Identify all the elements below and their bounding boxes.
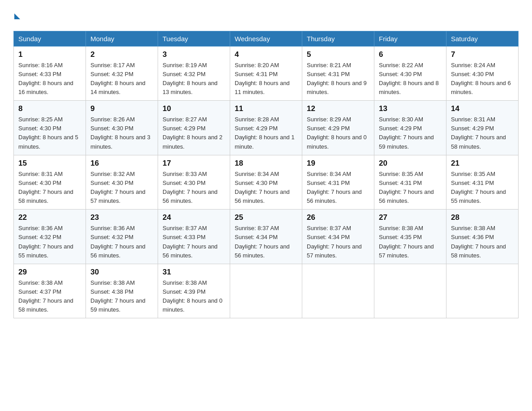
calendar-cell: 6 Sunrise: 8:22 AM Sunset: 4:30 PM Dayli… (374, 46, 446, 101)
weekday-header-thursday: Thursday (302, 31, 374, 46)
day-number: 13 (379, 104, 442, 113)
day-number: 19 (307, 159, 369, 168)
day-info: Sunrise: 8:24 AM Sunset: 4:30 PM Dayligh… (451, 61, 514, 97)
day-info: Sunrise: 8:16 AM Sunset: 4:33 PM Dayligh… (18, 61, 81, 97)
day-info: Sunrise: 8:38 AM Sunset: 4:39 PM Dayligh… (163, 278, 225, 315)
day-info: Sunrise: 8:35 AM Sunset: 4:31 PM Dayligh… (379, 170, 442, 206)
weekday-header-row: SundayMondayTuesdayWednesdayThursdayFrid… (14, 31, 519, 46)
calendar-cell: 16 Sunrise: 8:32 AM Sunset: 4:30 PM Dayl… (86, 155, 158, 210)
day-number: 12 (307, 104, 369, 113)
day-info: Sunrise: 8:31 AM Sunset: 4:29 PM Dayligh… (451, 115, 514, 151)
day-info: Sunrise: 8:31 AM Sunset: 4:30 PM Dayligh… (18, 170, 81, 206)
calendar-cell: 19 Sunrise: 8:34 AM Sunset: 4:31 PM Dayl… (302, 155, 374, 210)
logo (13, 9, 20, 22)
day-info: Sunrise: 8:34 AM Sunset: 4:31 PM Dayligh… (307, 170, 369, 206)
day-number: 8 (18, 104, 81, 113)
day-info: Sunrise: 8:26 AM Sunset: 4:30 PM Dayligh… (90, 115, 153, 151)
page-header (13, 9, 519, 22)
day-number: 28 (451, 213, 514, 222)
day-number: 20 (379, 159, 442, 168)
day-number: 11 (235, 104, 297, 113)
day-info: Sunrise: 8:27 AM Sunset: 4:29 PM Dayligh… (163, 115, 225, 151)
day-info: Sunrise: 8:19 AM Sunset: 4:32 PM Dayligh… (163, 61, 225, 97)
weekday-header-saturday: Saturday (446, 31, 519, 46)
calendar-week-row: 1 Sunrise: 8:16 AM Sunset: 4:33 PM Dayli… (14, 46, 519, 101)
calendar-cell: 11 Sunrise: 8:28 AM Sunset: 4:29 PM Dayl… (230, 101, 302, 155)
calendar-cell: 4 Sunrise: 8:20 AM Sunset: 4:31 PM Dayli… (230, 46, 302, 101)
day-info: Sunrise: 8:29 AM Sunset: 4:29 PM Dayligh… (307, 115, 369, 151)
calendar-cell: 7 Sunrise: 8:24 AM Sunset: 4:30 PM Dayli… (446, 46, 519, 101)
calendar-cell: 9 Sunrise: 8:26 AM Sunset: 4:30 PM Dayli… (86, 101, 158, 155)
calendar-cell (374, 264, 446, 318)
calendar-cell: 29 Sunrise: 8:38 AM Sunset: 4:37 PM Dayl… (14, 264, 86, 318)
calendar-cell (230, 264, 302, 318)
day-number: 25 (235, 213, 297, 222)
calendar-cell: 26 Sunrise: 8:37 AM Sunset: 4:34 PM Dayl… (302, 210, 374, 264)
day-number: 29 (18, 268, 81, 277)
calendar-cell: 15 Sunrise: 8:31 AM Sunset: 4:30 PM Dayl… (14, 155, 86, 210)
calendar-week-row: 22 Sunrise: 8:36 AM Sunset: 4:32 PM Dayl… (14, 210, 519, 264)
calendar-cell: 17 Sunrise: 8:33 AM Sunset: 4:30 PM Dayl… (158, 155, 230, 210)
calendar-cell: 27 Sunrise: 8:38 AM Sunset: 4:35 PM Dayl… (374, 210, 446, 264)
calendar-week-row: 29 Sunrise: 8:38 AM Sunset: 4:37 PM Dayl… (14, 264, 519, 318)
day-info: Sunrise: 8:34 AM Sunset: 4:30 PM Dayligh… (235, 170, 297, 206)
day-number: 22 (18, 213, 81, 222)
weekday-header-sunday: Sunday (14, 31, 86, 46)
day-info: Sunrise: 8:28 AM Sunset: 4:29 PM Dayligh… (235, 115, 297, 151)
calendar-cell (446, 264, 519, 318)
day-info: Sunrise: 8:21 AM Sunset: 4:31 PM Dayligh… (307, 61, 369, 97)
calendar-cell: 22 Sunrise: 8:36 AM Sunset: 4:32 PM Dayl… (14, 210, 86, 264)
day-info: Sunrise: 8:25 AM Sunset: 4:30 PM Dayligh… (18, 115, 81, 151)
day-info: Sunrise: 8:36 AM Sunset: 4:32 PM Dayligh… (90, 224, 153, 260)
logo-triangle-icon (14, 13, 20, 19)
day-info: Sunrise: 8:32 AM Sunset: 4:30 PM Dayligh… (90, 170, 153, 206)
calendar-cell: 8 Sunrise: 8:25 AM Sunset: 4:30 PM Dayli… (14, 101, 86, 155)
day-number: 10 (163, 104, 225, 113)
calendar-cell: 21 Sunrise: 8:35 AM Sunset: 4:31 PM Dayl… (446, 155, 519, 210)
day-number: 23 (90, 213, 153, 222)
calendar-cell: 13 Sunrise: 8:30 AM Sunset: 4:29 PM Dayl… (374, 101, 446, 155)
day-number: 9 (90, 104, 153, 113)
day-number: 21 (451, 159, 514, 168)
day-number: 2 (90, 50, 153, 59)
day-number: 24 (163, 213, 225, 222)
day-number: 15 (18, 159, 81, 168)
calendar-cell: 25 Sunrise: 8:37 AM Sunset: 4:34 PM Dayl… (230, 210, 302, 264)
day-info: Sunrise: 8:37 AM Sunset: 4:34 PM Dayligh… (307, 224, 369, 260)
day-info: Sunrise: 8:38 AM Sunset: 4:37 PM Dayligh… (18, 278, 81, 315)
calendar-cell: 20 Sunrise: 8:35 AM Sunset: 4:31 PM Dayl… (374, 155, 446, 210)
weekday-header-friday: Friday (374, 31, 446, 46)
weekday-header-monday: Monday (86, 31, 158, 46)
calendar-cell: 2 Sunrise: 8:17 AM Sunset: 4:32 PM Dayli… (86, 46, 158, 101)
calendar-cell: 31 Sunrise: 8:38 AM Sunset: 4:39 PM Dayl… (158, 264, 230, 318)
calendar-week-row: 15 Sunrise: 8:31 AM Sunset: 4:30 PM Dayl… (14, 155, 519, 210)
day-info: Sunrise: 8:20 AM Sunset: 4:31 PM Dayligh… (235, 61, 297, 97)
day-info: Sunrise: 8:35 AM Sunset: 4:31 PM Dayligh… (451, 170, 514, 206)
day-number: 26 (307, 213, 369, 222)
day-number: 5 (307, 50, 369, 59)
day-number: 6 (379, 50, 442, 59)
day-number: 18 (235, 159, 297, 168)
day-number: 17 (163, 159, 225, 168)
day-number: 30 (90, 268, 153, 277)
day-number: 3 (163, 50, 225, 59)
day-info: Sunrise: 8:37 AM Sunset: 4:33 PM Dayligh… (163, 224, 225, 260)
day-info: Sunrise: 8:37 AM Sunset: 4:34 PM Dayligh… (235, 224, 297, 260)
day-info: Sunrise: 8:33 AM Sunset: 4:30 PM Dayligh… (163, 170, 225, 206)
calendar-cell: 1 Sunrise: 8:16 AM Sunset: 4:33 PM Dayli… (14, 46, 86, 101)
day-number: 14 (451, 104, 514, 113)
day-info: Sunrise: 8:17 AM Sunset: 4:32 PM Dayligh… (90, 61, 153, 97)
day-info: Sunrise: 8:38 AM Sunset: 4:38 PM Dayligh… (90, 278, 153, 315)
calendar-cell: 28 Sunrise: 8:38 AM Sunset: 4:36 PM Dayl… (446, 210, 519, 264)
calendar-week-row: 8 Sunrise: 8:25 AM Sunset: 4:30 PM Dayli… (14, 101, 519, 155)
day-info: Sunrise: 8:38 AM Sunset: 4:35 PM Dayligh… (379, 224, 442, 260)
calendar-cell: 30 Sunrise: 8:38 AM Sunset: 4:38 PM Dayl… (86, 264, 158, 318)
day-number: 31 (163, 268, 225, 277)
day-number: 7 (451, 50, 514, 59)
calendar-cell: 18 Sunrise: 8:34 AM Sunset: 4:30 PM Dayl… (230, 155, 302, 210)
day-number: 27 (379, 213, 442, 222)
day-info: Sunrise: 8:22 AM Sunset: 4:30 PM Dayligh… (379, 61, 442, 97)
day-number: 16 (90, 159, 153, 168)
day-info: Sunrise: 8:30 AM Sunset: 4:29 PM Dayligh… (379, 115, 442, 151)
calendar-table: SundayMondayTuesdayWednesdayThursdayFrid… (13, 31, 519, 319)
